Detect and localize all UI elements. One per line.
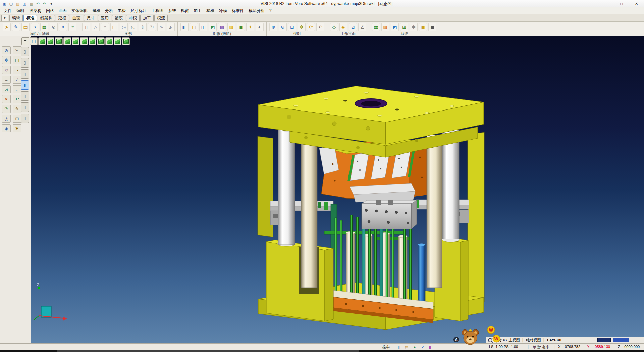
save-icon[interactable]: ◫ bbox=[21, 1, 28, 6]
view-iso-right-icon[interactable] bbox=[122, 37, 130, 45]
close-button[interactable]: ✕ bbox=[629, 0, 644, 7]
menu-item[interactable]: 建模 bbox=[90, 7, 103, 14]
menu-item[interactable]: 冲模 bbox=[217, 7, 229, 14]
view-left-icon[interactable] bbox=[72, 37, 79, 45]
viewport-canvas[interactable]: Z bbox=[31, 36, 644, 343]
open-file-icon[interactable]: ▤ bbox=[15, 1, 21, 6]
profiles-icon[interactable]: ▣ bbox=[419, 23, 427, 31]
status-palette-icon[interactable]: ◧ bbox=[428, 345, 433, 349]
config-icon[interactable]: ✱ bbox=[410, 23, 418, 31]
light-icon[interactable]: ✦ bbox=[246, 23, 254, 31]
explode-tool-icon[interactable]: ✱ bbox=[13, 124, 21, 132]
menu-item[interactable]: 文件 bbox=[1, 7, 14, 14]
clip-slot-4[interactable]: ▮ bbox=[21, 80, 29, 90]
view-iso-left-icon[interactable] bbox=[114, 37, 121, 45]
ribbon-tab[interactable]: 曲面 bbox=[70, 15, 83, 21]
view-top-icon[interactable] bbox=[47, 37, 54, 45]
dimension-tool-icon[interactable]: ↔ bbox=[13, 85, 21, 93]
attribute-paint-icon[interactable]: ✎ bbox=[12, 23, 20, 31]
grid-settings-icon[interactable]: ▦ bbox=[372, 23, 380, 31]
menu-item[interactable]: 加工 bbox=[191, 7, 204, 14]
cylinder-primitive-icon[interactable]: ▯ bbox=[82, 23, 90, 31]
maximize-button[interactable]: □ bbox=[614, 0, 629, 7]
clip-slot-7[interactable]: ▯ bbox=[21, 114, 29, 123]
pan-icon[interactable]: ✥ bbox=[298, 23, 306, 31]
zoom-tool-icon[interactable]: ⊙ bbox=[2, 46, 11, 54]
shading-icon[interactable]: ◧ bbox=[180, 23, 189, 31]
menu-item[interactable]: 塑模 bbox=[204, 7, 217, 14]
snap-settings-icon[interactable]: ▩ bbox=[381, 23, 389, 31]
menu-item[interactable]: 曲面 bbox=[56, 7, 69, 14]
redo-tool-icon[interactable]: ↷ bbox=[2, 105, 11, 113]
tab-overflow-dropdown[interactable]: ▼ bbox=[1, 15, 8, 21]
active-layer-label[interactable]: LAYER0 bbox=[547, 338, 561, 342]
menu-item[interactable]: 工程图 bbox=[149, 7, 166, 14]
menu-item[interactable]: 分析 bbox=[103, 7, 115, 14]
workplane-3points-icon[interactable]: ⊿ bbox=[349, 23, 357, 31]
paint-tool-icon[interactable]: ✎ bbox=[13, 105, 21, 113]
transparency-icon[interactable]: ▨ bbox=[218, 23, 226, 31]
copy-tool-icon[interactable]: ◫ bbox=[13, 56, 21, 64]
extrude-icon[interactable]: ⇧ bbox=[139, 23, 147, 31]
ribbon-tab[interactable]: 建模 bbox=[56, 15, 69, 21]
undo-icon[interactable]: ↶ bbox=[35, 1, 41, 6]
zoom-window-icon[interactable]: ⊡ bbox=[288, 23, 296, 31]
color-filter-icon[interactable]: ◑ bbox=[31, 23, 39, 31]
minimize-button[interactable]: – bbox=[599, 0, 614, 7]
section-icon[interactable]: ◩ bbox=[209, 23, 217, 31]
clip-slot-3[interactable]: ▯ bbox=[21, 69, 29, 79]
ejector-retainer-block[interactable] bbox=[362, 200, 417, 229]
material-icon[interactable]: ▣ bbox=[237, 23, 245, 31]
undo-tool-icon[interactable]: ↶ bbox=[13, 95, 21, 103]
ribbon-tab[interactable]: 塑膜 bbox=[112, 15, 125, 21]
menu-item[interactable]: 模流分析 bbox=[246, 7, 267, 14]
trim-tool-icon[interactable]: ∕ bbox=[13, 76, 21, 84]
cone-primitive-icon[interactable]: △ bbox=[92, 23, 100, 31]
display-settings-icon[interactable]: ◼ bbox=[428, 23, 436, 31]
status-user-icon[interactable]: ● bbox=[412, 345, 417, 349]
rotate-view-icon[interactable]: ⟳ bbox=[307, 23, 315, 31]
database-icon[interactable]: ⊞ bbox=[400, 23, 408, 31]
ribbon-tab[interactable]: 模流 bbox=[154, 15, 168, 21]
ribbon-tab[interactable]: 冲模 bbox=[126, 15, 140, 21]
view-back-icon[interactable] bbox=[63, 37, 71, 45]
measure-tool-icon[interactable]: ⊿ bbox=[2, 85, 11, 93]
workplane-entity-icon[interactable]: ◈ bbox=[339, 23, 347, 31]
riser-block-left[interactable] bbox=[266, 240, 333, 321]
group-tool-icon[interactable]: ◈ bbox=[2, 124, 11, 132]
entity-filter-icon[interactable]: ▦ bbox=[40, 23, 48, 31]
viewport-menu-button[interactable]: ≡ bbox=[21, 37, 29, 45]
menu-item[interactable]: 标准件 bbox=[229, 7, 246, 14]
selection-filter-icon[interactable]: ➤ bbox=[3, 23, 11, 31]
view-iso-front-icon[interactable] bbox=[97, 37, 105, 45]
torus-primitive-icon[interactable]: ◎ bbox=[120, 23, 128, 31]
move-tool-icon[interactable]: ✥ bbox=[2, 56, 11, 64]
grid-tool-icon[interactable]: ⊞ bbox=[13, 115, 21, 123]
menu-item[interactable]: 系统 bbox=[166, 7, 178, 14]
clip-slot-5[interactable]: ▯ bbox=[21, 91, 29, 101]
ribbon-tab[interactable]: 尺寸 bbox=[84, 15, 97, 21]
offset-tool-icon[interactable]: ≡ bbox=[2, 76, 11, 84]
ribbon-tab[interactable]: 标准 bbox=[23, 15, 37, 21]
view-mode-label[interactable]: 绝对视图 bbox=[526, 338, 541, 343]
background-icon[interactable]: ◐ bbox=[256, 23, 264, 31]
view-bottom-icon[interactable] bbox=[89, 37, 96, 45]
menu-item[interactable]: 编辑 bbox=[14, 7, 27, 14]
scissors-icon[interactable]: ✂ bbox=[13, 46, 21, 54]
menu-item[interactable]: ? bbox=[267, 7, 274, 14]
redo-icon[interactable]: ↷ bbox=[42, 1, 48, 6]
mold-assembly[interactable] bbox=[258, 86, 484, 330]
app-icon[interactable]: ▣ bbox=[1, 1, 7, 6]
ribbon-tab[interactable]: 编辑 bbox=[9, 15, 23, 21]
hidden-line-icon[interactable]: ◫ bbox=[199, 23, 207, 31]
menu-item[interactable]: 线架构 bbox=[27, 7, 44, 14]
quick-select-icon[interactable]: ✦ bbox=[59, 23, 67, 31]
view-iso-back-icon[interactable] bbox=[105, 37, 113, 45]
wireframe-icon[interactable]: ◻ bbox=[190, 23, 198, 31]
view-iso-icon[interactable] bbox=[38, 37, 46, 45]
sweep-icon[interactable]: ∿ bbox=[157, 23, 165, 31]
wedge-primitive-icon[interactable]: ◺ bbox=[129, 23, 137, 31]
ribbon-tab[interactable]: 加工 bbox=[140, 15, 154, 21]
entity-color-swatch[interactable] bbox=[613, 338, 629, 342]
lock-label[interactable]: 拴牢 bbox=[382, 345, 390, 350]
